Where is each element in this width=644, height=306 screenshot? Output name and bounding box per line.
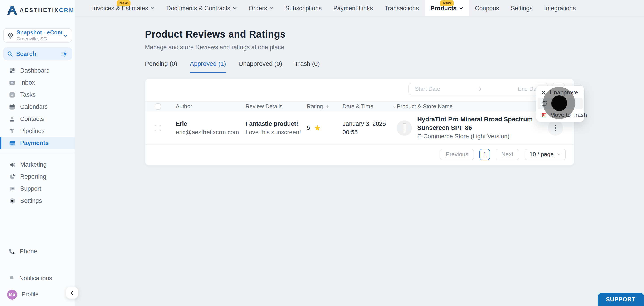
chat-dots-icon — [8, 185, 16, 192]
nav-item-orders[interactable]: Orders — [243, 0, 280, 16]
quick-actions-bolt-icon — [61, 50, 68, 57]
nav-item-coupons[interactable]: Coupons — [469, 0, 505, 16]
nav-item-integrations[interactable]: Integrations — [538, 0, 582, 16]
sidebar-item-phone[interactable]: Phone — [0, 245, 75, 257]
date-cell: January 3, 2025 00:55 — [342, 119, 397, 136]
tab-unapproved[interactable]: Unapproved (0) — [238, 60, 282, 73]
sidebar-item-reporting[interactable]: Reporting — [0, 171, 75, 183]
sidebar-collapse-button[interactable] — [66, 287, 78, 298]
menu-item-move-to-trash[interactable]: Move to Trash — [538, 109, 583, 120]
menu-item-unapprove[interactable]: Unapprove — [538, 87, 583, 98]
start-date-input[interactable]: Start Date — [415, 86, 440, 92]
column-header-review-details[interactable]: Review Details — [246, 103, 307, 109]
settings-icon — [8, 197, 16, 204]
date-range-picker[interactable]: Start Date End Date — [408, 83, 548, 95]
row-context-menu: Unapprove Reply Move to Trash — [536, 86, 584, 122]
column-header-date-time[interactable]: Date & Time — [342, 103, 397, 109]
dashboard-icon — [8, 67, 16, 74]
sidebar-menu: Dashboard Inbox Tasks Calendars — [0, 65, 75, 207]
column-header-product-store[interactable]: Product & Store Name — [397, 103, 544, 109]
sidebar-item-contacts[interactable]: Contacts — [0, 113, 75, 125]
author-email: eric@aesthetixcrm.com — [176, 128, 246, 136]
column-header-rating[interactable]: Rating — [307, 103, 342, 109]
sidebar-item-label: Contacts — [20, 116, 44, 122]
chevron-down-icon — [232, 6, 237, 10]
sidebar-item-dashboard[interactable]: Dashboard — [0, 65, 75, 77]
arrow-right-icon — [476, 86, 482, 92]
brand-logo-icon — [7, 5, 17, 16]
product-thumbnail — [397, 120, 412, 135]
main-content: Product Reviews and Ratings Manage and s… — [75, 17, 644, 306]
sort-arrow-icon — [326, 104, 330, 109]
row-menu-button[interactable] — [548, 120, 563, 135]
nav-item-label: Integrations — [544, 5, 576, 12]
author-cell: Eric eric@aesthetixcrm.com — [176, 119, 246, 136]
sidebar-item-label: Marketing — [20, 161, 47, 168]
sidebar-item-marketing[interactable]: Marketing — [0, 158, 75, 171]
next-page-button[interactable]: Next — [496, 148, 519, 160]
chevron-down-icon — [63, 33, 68, 38]
chevron-down-icon — [557, 152, 561, 156]
tab-trash[interactable]: Trash (0) — [294, 60, 320, 73]
nav-item-label: Transactions — [384, 5, 419, 12]
nav-item-invoices-estimates[interactable]: New Invoices & Estimates — [86, 0, 161, 16]
location-subtitle: Greenville, SC — [16, 36, 63, 41]
row-checkbox[interactable] — [155, 125, 161, 131]
nav-item-payment-links[interactable]: Payment Links — [327, 0, 378, 16]
sidebar-item-label: Tasks — [20, 91, 36, 98]
column-header-author[interactable]: Author — [176, 103, 246, 109]
chevron-left-icon — [70, 290, 74, 295]
search-label: Search — [16, 50, 61, 57]
review-body: Love this sunscreen! — [246, 128, 307, 136]
app-root: AESTHETIXCRM Snapshot - eCom... Greenvil… — [0, 0, 644, 306]
menu-item-label: Reply — [550, 100, 566, 107]
menu-item-reply[interactable]: Reply — [538, 98, 583, 109]
rating-value: 5 — [307, 124, 310, 131]
nav-item-subscriptions[interactable]: Subscriptions — [280, 0, 327, 16]
previous-page-button[interactable]: Previous — [440, 148, 474, 160]
sidebar-item-pipelines[interactable]: Pipelines — [0, 125, 75, 137]
time-value: 00:55 — [342, 128, 397, 136]
page-size-value: 10 / page — [530, 151, 554, 158]
search-icon — [7, 51, 13, 57]
nav-item-transactions[interactable]: Transactions — [378, 0, 425, 16]
nav-item-settings[interactable]: Settings — [505, 0, 538, 16]
review-title: Fantastic product! — [246, 119, 307, 128]
sidebar-item-settings[interactable]: Settings — [0, 195, 75, 207]
reviews-card: Start Date End Date Author Review Detail… — [145, 78, 574, 166]
new-badge: New — [117, 1, 130, 6]
contacts-icon — [8, 115, 16, 122]
sidebar-divider — [0, 154, 75, 154]
nav-item-documents-contracts[interactable]: Documents & Contracts — [161, 0, 243, 16]
page-size-select[interactable]: 10 / page — [524, 148, 566, 160]
nav-item-products[interactable]: New Products — [425, 0, 469, 16]
sidebar-item-inbox[interactable]: Inbox — [0, 77, 75, 89]
nav-item-label: Settings — [511, 5, 533, 12]
sunscreen-tube-image — [402, 123, 406, 133]
sidebar-item-notifications[interactable]: Notifications — [0, 272, 75, 284]
new-badge: New — [440, 1, 454, 6]
product-cell: HydraTint Pro Mineral Broad Spectrum Sun… — [397, 115, 544, 141]
star-icon — [314, 124, 320, 131]
select-all-checkbox[interactable] — [155, 103, 161, 109]
support-button[interactable]: SUPPORT — [598, 293, 644, 306]
page-title: Product Reviews and Ratings — [145, 29, 644, 40]
megaphone-icon — [8, 161, 16, 168]
tab-approved[interactable]: Approved (1) — [190, 60, 226, 73]
sidebar-item-payments[interactable]: Payments — [0, 137, 75, 149]
location-switcher[interactable]: Snapshot - eCom... Greenville, SC — [3, 28, 72, 43]
tab-pending[interactable]: Pending (0) — [145, 60, 177, 73]
sidebar: AESTHETIXCRM Snapshot - eCom... Greenvil… — [0, 0, 75, 306]
sidebar-item-support[interactable]: Support — [0, 183, 75, 195]
sidebar-item-calendars[interactable]: Calendars — [0, 101, 75, 113]
nav-item-label: Orders — [249, 5, 267, 12]
search-input[interactable]: Search — [3, 48, 72, 60]
sort-arrow-icon — [392, 104, 396, 109]
sidebar-item-profile[interactable]: MS Profile — [0, 288, 75, 300]
location-title: Snapshot - eCom... — [16, 30, 63, 36]
sidebar-item-label: Inbox — [20, 79, 35, 86]
page-number-button[interactable]: 1 — [480, 148, 490, 160]
sidebar-item-label: Calendars — [20, 103, 48, 110]
chevron-down-icon — [459, 6, 463, 10]
sidebar-item-tasks[interactable]: Tasks — [0, 89, 75, 101]
